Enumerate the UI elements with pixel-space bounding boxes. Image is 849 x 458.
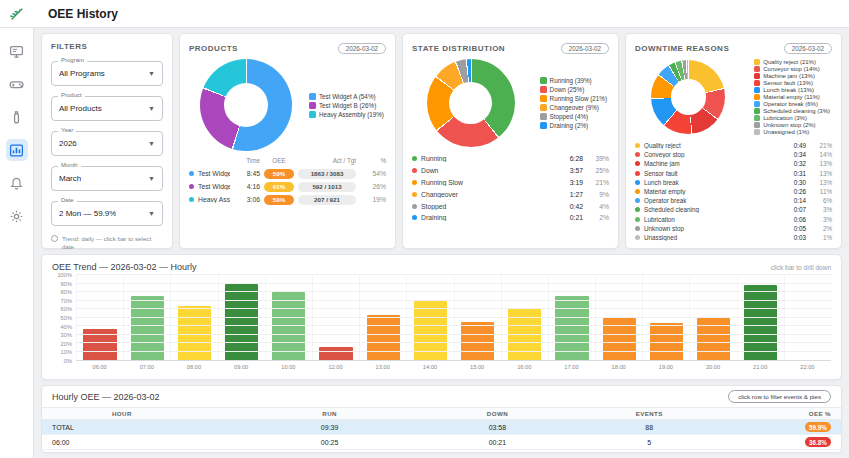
filters-panel: FILTERS Program All Programs ▼ Product A… (41, 33, 173, 249)
trend-bar[interactable] (367, 315, 400, 360)
hourly-table-body: TOTAL 09:39 03:58 88 59.9% 06:00 00:25 0… (42, 420, 841, 453)
downtime-time: 0:05 (774, 225, 806, 232)
state-time: 0:21 (551, 214, 583, 221)
state-pct: 9% (583, 191, 609, 198)
product-dot (189, 184, 194, 189)
legend-label: Material empty (11%) (763, 94, 820, 100)
chevron-down-icon: ▼ (148, 175, 155, 182)
sidebar-item-sensor[interactable] (6, 106, 28, 128)
trend-y-axis: 0%10%20%30%40%50%60%70%80%90%100% (52, 275, 76, 361)
header-hour: HOUR (42, 410, 202, 417)
filter-label: Product (58, 92, 85, 98)
cell-events: 88 (537, 424, 761, 431)
downtime-label: Operator break (644, 197, 686, 204)
downtime-label: Scheduled cleaning (644, 206, 699, 213)
downtime-row: Scheduled cleaning 0:07 3% (635, 205, 832, 214)
products-date-chip: 2026-03-02 (338, 43, 386, 54)
filter-select[interactable]: Year 2026 ▼ (51, 131, 163, 156)
legend-swatch (540, 86, 547, 93)
filter-label: Date (58, 197, 77, 203)
table-row[interactable]: 07:00 00:40 00:13 4 75.3% (42, 450, 841, 453)
products-title: PRODUCTS (189, 44, 238, 53)
state-label: Down (421, 167, 438, 174)
product-oee-badge: 59% (264, 169, 294, 179)
trend-bar[interactable] (603, 318, 636, 361)
state-time: 1:27 (551, 191, 583, 198)
bell-icon (9, 176, 24, 191)
filter-select[interactable]: Month March ▼ (51, 166, 163, 191)
downtime-pct: 2% (806, 225, 832, 232)
x-tick-label: 22:00 (784, 361, 831, 373)
table-row[interactable]: 06:00 00:25 00:21 5 36.8% (42, 435, 841, 450)
sidebar-item-monitor[interactable] (6, 40, 28, 62)
legend-label: Heavy Assembly (19%) (319, 111, 384, 118)
legend-item: Quality reject (21%) (754, 59, 830, 65)
trend-bar[interactable] (744, 285, 777, 360)
downtime-pct: 14% (806, 151, 832, 158)
trend-bar[interactable] (461, 322, 494, 360)
downtime-dot (635, 171, 640, 176)
x-tick-label: 21:00 (737, 361, 784, 373)
state-row: Running 6:28 39% (412, 153, 609, 165)
legend-swatch (309, 102, 316, 109)
downtime-reasons-panel: DOWNTIME REASONS 2026-03-02 Quality reje… (625, 33, 842, 249)
legend-swatch (754, 129, 760, 135)
product-name: Test Widget B (198, 183, 230, 190)
filter-value: March (59, 174, 81, 183)
downtime-dot (635, 207, 640, 212)
filter-select[interactable]: Date 2 Mon — 59.9% ▼ (51, 201, 163, 226)
sensor-icon (9, 110, 24, 125)
state-list: Running 6:28 39% Down 3:57 25% Running S… (412, 153, 609, 224)
trend-bar[interactable] (225, 284, 258, 360)
x-tick-label: 07:00 (123, 361, 170, 373)
state-dot (412, 192, 417, 197)
table-row[interactable]: TOTAL 09:39 03:58 88 59.9% (42, 420, 841, 435)
chevron-down-icon: ▼ (148, 140, 155, 147)
monitor-icon (9, 44, 24, 59)
x-tick-label: 15:00 (454, 361, 501, 373)
trend-bar[interactable] (319, 347, 352, 360)
legend-item: Draining (2%) (540, 122, 607, 129)
oee-trend-panel: OEE Trend — 2026-03-02 — Hourly click ba… (41, 254, 842, 380)
filter-select[interactable]: Program All Programs ▼ (51, 61, 163, 86)
state-row: Running Slow 3:19 21% (412, 177, 609, 189)
downtime-pct: 11% (806, 188, 832, 195)
legend-item: Operator break (6%) (754, 101, 830, 107)
y-tick-label: 90% (61, 281, 72, 287)
product-act-tgt: 592 / 1013 (298, 182, 356, 192)
filter-rows-button[interactable]: click row to filter events & pies (728, 390, 831, 403)
col-oee: OEE (264, 157, 294, 164)
legend-swatch (754, 122, 760, 128)
y-tick-label: 70% (61, 298, 72, 304)
y-tick-label: 40% (61, 324, 72, 330)
downtime-dot (635, 189, 640, 194)
state-label: Running (421, 155, 446, 162)
products-donut-chart (200, 59, 292, 151)
product-dot (189, 197, 194, 202)
x-tick-label: 18:00 (595, 361, 642, 373)
state-pct: 4% (583, 203, 609, 210)
downtime-pct: 13% (806, 160, 832, 167)
downtime-row: Material empty 0:26 11% (635, 187, 832, 196)
gamepad-icon (9, 77, 24, 92)
legend-label: Stopped (4%) (550, 113, 589, 120)
downtime-row: Unassigned 0:03 1% (635, 233, 832, 242)
state-time: 3:19 (551, 179, 583, 186)
state-dot (412, 204, 417, 209)
downtime-legend: Quality reject (21%) Conveyor stop (14%)… (754, 59, 830, 135)
product-time: 8:45 (234, 170, 260, 177)
sidebar-item-history[interactable] (6, 139, 28, 161)
products-table: Test Widget A 8:45 59% 1863 / 3083 54% T… (189, 167, 386, 207)
legend-label: Test Widget A (54%) (319, 93, 376, 100)
legend-swatch (754, 115, 760, 121)
cell-down: 00:21 (457, 439, 537, 446)
filter-select[interactable]: Product All Products ▼ (51, 96, 163, 121)
sidebar-item-settings[interactable] (6, 205, 28, 227)
downtime-date-chip: 2026-03-02 (784, 43, 832, 54)
sidebar-item-gamepad[interactable] (6, 73, 28, 95)
state-pct: 2% (583, 214, 609, 221)
col-time: Time (234, 157, 260, 164)
cell-down: 03:58 (457, 424, 537, 431)
sidebar-item-notifications[interactable] (6, 172, 28, 194)
legend-label: Scheduled cleaning (3%) (763, 108, 830, 114)
